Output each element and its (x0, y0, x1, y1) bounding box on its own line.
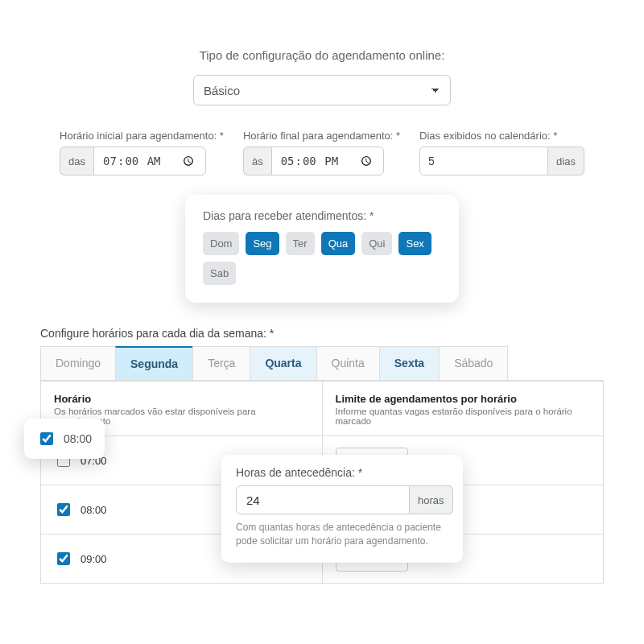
day-toggle-sab[interactable]: Sab (203, 262, 236, 285)
calendar-days-input[interactable] (419, 147, 548, 175)
calendar-days-field: Dias exibidos no calendário: * dias (419, 130, 584, 175)
day-toggle-sex[interactable]: Sex (398, 232, 431, 255)
time-checkbox[interactable] (57, 503, 70, 516)
end-time-field: Horário final para agendamento: * às (243, 130, 400, 175)
tab-quarta[interactable]: Quarta (250, 346, 316, 380)
calendar-days-label: Dias exibidos no calendário: * (419, 130, 584, 142)
tab-quinta[interactable]: Quinta (316, 346, 380, 380)
col-limit-sub: Informe quantas vagas estarão disponívei… (336, 407, 591, 426)
day-toggle-ter[interactable]: Ter (286, 232, 315, 255)
start-time-field: Horário inicial para agendamento: * das (60, 130, 224, 175)
time-label: 09:00 (80, 553, 107, 565)
start-time-input[interactable] (93, 147, 206, 175)
col-limit-title: Limite de agendamentos por horário (336, 393, 591, 405)
schedule-section-label: Configure horários para cada dia da sema… (40, 327, 604, 340)
hours-ahead-input[interactable] (236, 485, 410, 514)
tab-sexta[interactable]: Sexta (379, 346, 440, 380)
day-toggle-qua[interactable]: Qua (321, 232, 356, 255)
calendar-days-suffix: dias (548, 147, 584, 175)
tab-segunda[interactable]: Segunda (115, 346, 193, 380)
col-time-title: Horário (54, 393, 309, 405)
receive-days-label: Dias para receber atendimentos: * (203, 209, 441, 222)
config-type-label: Tipo de configuração do agendamento onli… (40, 48, 604, 62)
end-time-input[interactable] (271, 147, 384, 175)
end-time-label: Horário final para agendamento: * (243, 130, 400, 142)
hours-ahead-suffix: horas (410, 485, 453, 514)
start-addon: das (60, 147, 93, 175)
col-limit-header: Limite de agendamentos por horário Infor… (323, 381, 604, 436)
config-type-select[interactable]: Básico (193, 75, 451, 105)
start-time-label: Horário inicial para agendamento: * (60, 130, 224, 142)
time-label: 08:00 (64, 432, 92, 445)
time-checkbox[interactable] (57, 552, 70, 565)
time-label: 08:00 (80, 504, 107, 516)
day-toggle-dom[interactable]: Dom (203, 232, 239, 255)
day-toggle-qui[interactable]: Qui (361, 232, 392, 255)
end-addon: às (243, 147, 271, 175)
tab-terça[interactable]: Terça (192, 346, 250, 380)
receive-days-card: Dias para receber atendimentos: * DomSeg… (185, 195, 459, 303)
hours-ahead-card: Horas de antecedência: * horas Com quant… (221, 455, 463, 563)
time-checkbox[interactable] (40, 432, 53, 445)
time-row-popout: 08:00 (24, 419, 105, 459)
tab-domingo[interactable]: Domingo (40, 346, 116, 380)
tab-sábado[interactable]: Sábado (439, 346, 508, 380)
day-toggle-seg[interactable]: Seg (246, 232, 279, 255)
hours-ahead-hint: Com quantas horas de antecedência o paci… (236, 521, 448, 548)
hours-ahead-label: Horas de antecedência: * (236, 466, 448, 479)
